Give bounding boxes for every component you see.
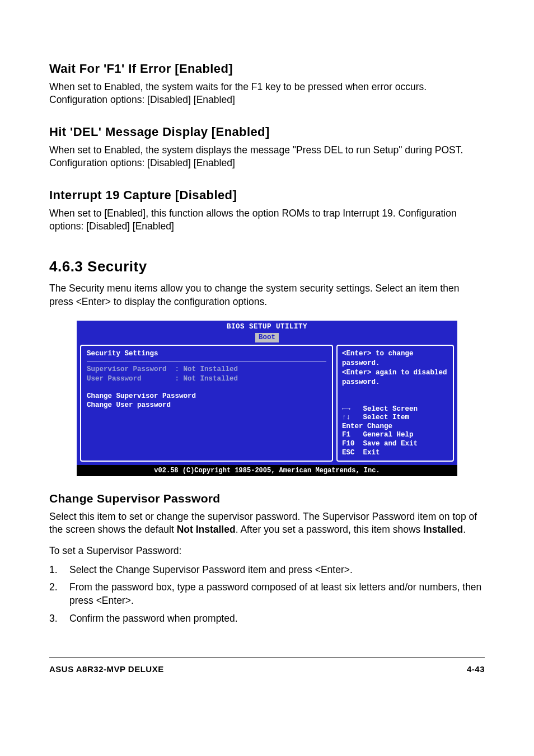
csp-not-installed: Not Installed (177, 524, 236, 535)
heading-wait-f1: Wait For 'F1' If Error [Enabled] (49, 60, 485, 77)
section-heading-security: 4.6.3 Security (49, 257, 485, 276)
csp-paragraph: Select this item to set or change the su… (49, 510, 485, 537)
footer-product: ASUS A8R32-MVP DELUXE (49, 664, 164, 675)
page-footer: ASUS A8R32-MVP DELUXE 4-43 (49, 658, 485, 675)
step-text: Confirm the password when prompted. (69, 612, 238, 626)
step-number: 1. (49, 564, 69, 577)
bios-supervisor-status: Supervisor Password : Not Installed (87, 365, 326, 374)
bios-section-heading: Security Settings (87, 349, 326, 361)
bios-right-panel: <Enter> to change password. <Enter> agai… (336, 345, 454, 462)
heading-change-supervisor: Change Supervisor Password (49, 491, 485, 506)
csp-p1c: . After you set a password, this item sh… (236, 524, 424, 535)
bios-screenshot: BIOS SETUP UTILITY Boot Security Setting… (77, 321, 457, 476)
steps-intro: To set a Supervisor Password: (49, 544, 485, 558)
bios-left-panel: Security Settings Supervisor Password : … (80, 345, 333, 462)
csp-installed: Installed (423, 524, 463, 535)
body-wait-f1: When set to Enabled, the system waits fo… (49, 81, 485, 107)
bios-user-status: User Password : Not Installed (87, 374, 326, 384)
section-intro: The Security menu items allow you to cha… (49, 282, 485, 308)
step-number: 2. (49, 581, 69, 607)
bios-utility-label: BIOS SETUP UTILITY (77, 322, 457, 332)
step-number: 3. (49, 612, 69, 626)
steps-list: 1.Select the Change Supervisor Password … (49, 564, 485, 626)
csp-p1e: . (463, 524, 466, 535)
step-text: Select the Change Supervisor Password it… (69, 564, 353, 577)
body-hit-del: When set to Enabled, the system displays… (49, 144, 485, 170)
heading-int19: Interrupt 19 Capture [Disabled] (49, 187, 485, 204)
bios-title-bar: BIOS SETUP UTILITY Boot (77, 321, 457, 342)
bios-tab-boot: Boot (255, 333, 279, 342)
footer-page-number: 4-43 (467, 664, 485, 675)
list-item: 3.Confirm the password when prompted. (49, 612, 485, 626)
body-int19: When set to [Enabled], this function all… (49, 207, 485, 233)
bios-nav-hints: ←→ Select Screen ↑↓ Select Item Enter Ch… (342, 405, 448, 458)
list-item: 1.Select the Change Supervisor Password … (49, 564, 485, 577)
heading-hit-del: Hit 'DEL' Message Display [Enabled] (49, 124, 485, 140)
step-text: From the password box, type a password c… (69, 581, 485, 607)
bios-copyright: v02.58 (C)Copyright 1985-2005, American … (77, 465, 457, 476)
list-item: 2.From the password box, type a password… (49, 581, 485, 607)
bios-help-text: <Enter> to change password. <Enter> agai… (342, 349, 448, 387)
bios-change-supervisor: Change Supervisor Password (87, 392, 326, 401)
bios-change-user: Change User password (87, 401, 326, 410)
